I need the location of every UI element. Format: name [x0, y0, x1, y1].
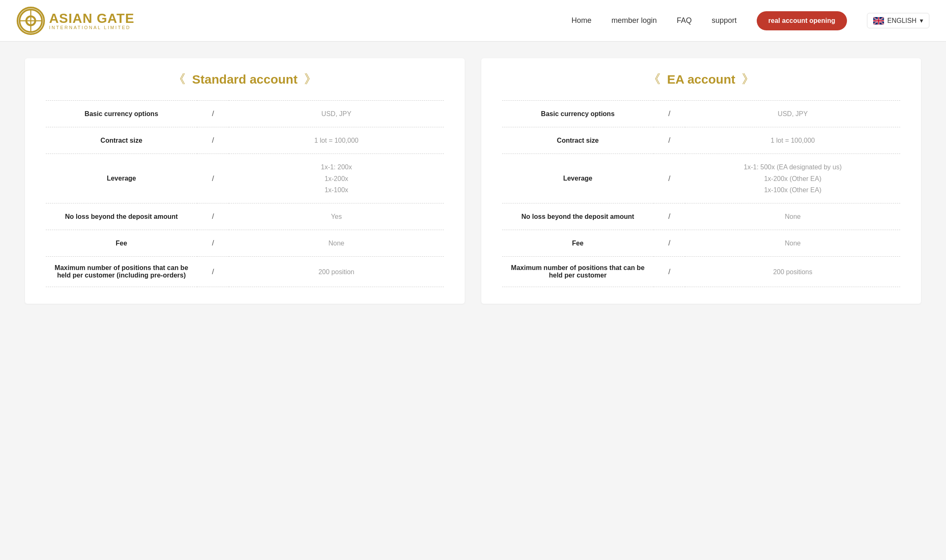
row-separator: / — [197, 127, 229, 154]
logo-sub-text: INTERNATIONAL LIMITED — [49, 25, 134, 30]
account-card-standard: 《Standard account》Basic currency options… — [25, 58, 465, 304]
row-label: Fee — [46, 230, 197, 257]
account-table-standard: Basic currency options/USD, JPYContract … — [46, 100, 444, 287]
row-value: USD, JPY — [229, 101, 444, 127]
svg-point-1 — [27, 17, 35, 25]
logo-icon — [17, 7, 45, 35]
row-separator: / — [197, 230, 229, 257]
account-title-text: Standard account — [192, 72, 297, 87]
row-separator: / — [654, 154, 686, 203]
table-row: No loss beyond the deposit amount/None — [502, 203, 900, 230]
row-label: No loss beyond the deposit amount — [46, 203, 197, 230]
row-value: USD, JPY — [685, 101, 900, 127]
svg-rect-12 — [873, 20, 884, 21]
row-label: Maximum number of positions that can be … — [46, 257, 197, 287]
row-separator: / — [197, 257, 229, 287]
flag-icon — [873, 17, 884, 25]
row-value: Yes — [229, 203, 444, 230]
title-bracket-left: 《 — [173, 71, 186, 88]
row-value: 1x-1: 200x1x-200x1x-100x — [229, 154, 444, 203]
language-label: ENGLISH — [887, 17, 916, 25]
row-label: Fee — [502, 230, 654, 257]
row-separator: / — [654, 127, 686, 154]
account-table-ea: Basic currency options/USD, JPYContract … — [502, 100, 900, 287]
row-value: 200 positions — [685, 257, 900, 287]
table-row: Basic currency options/USD, JPY — [502, 101, 900, 127]
table-row: Fee/None — [502, 230, 900, 257]
row-label: Leverage — [502, 154, 654, 203]
row-label: Basic currency options — [502, 101, 654, 127]
account-title-text: EA account — [667, 72, 736, 87]
row-separator: / — [197, 203, 229, 230]
row-value: 1x-1: 500x (EA designated by us)1x-200x … — [685, 154, 900, 203]
row-value: None — [685, 203, 900, 230]
row-separator: / — [654, 257, 686, 287]
row-separator: / — [654, 203, 686, 230]
account-title-standard: 《Standard account》 — [46, 71, 444, 88]
main-nav: Home member login FAQ support real accou… — [572, 11, 929, 30]
accounts-grid: 《Standard account》Basic currency options… — [25, 58, 921, 304]
table-row: Basic currency options/USD, JPY — [46, 101, 444, 127]
nav-home[interactable]: Home — [572, 16, 592, 25]
row-label: Leverage — [46, 154, 197, 203]
table-row: Maximum number of positions that can be … — [46, 257, 444, 287]
table-row: Leverage/1x-1: 200x1x-200x1x-100x — [46, 154, 444, 203]
table-row: Contract size/1 lot = 100,000 — [502, 127, 900, 154]
title-bracket-right: 》 — [304, 71, 317, 88]
logo: ASIAN GATE INTERNATIONAL LIMITED — [17, 7, 134, 35]
table-row: Contract size/1 lot = 100,000 — [46, 127, 444, 154]
row-label: Contract size — [502, 127, 654, 154]
table-row: Fee/None — [46, 230, 444, 257]
row-label: No loss beyond the deposit amount — [502, 203, 654, 230]
row-label: Contract size — [46, 127, 197, 154]
row-value: None — [685, 230, 900, 257]
nav-support[interactable]: support — [712, 16, 737, 25]
account-card-ea: 《EA account》Basic currency options/USD, … — [481, 58, 921, 304]
account-title-ea: 《EA account》 — [502, 71, 900, 88]
nav-member-login[interactable]: member login — [612, 16, 657, 25]
real-account-opening-button[interactable]: real account opening — [757, 11, 847, 30]
row-separator: / — [654, 101, 686, 127]
logo-main-text: ASIAN GATE — [49, 12, 134, 25]
language-selector[interactable]: ENGLISH ▾ — [867, 13, 929, 28]
row-label: Maximum number of positions that can be … — [502, 257, 654, 287]
row-value: 1 lot = 100,000 — [229, 127, 444, 154]
row-separator: / — [197, 154, 229, 203]
row-value: 1 lot = 100,000 — [685, 127, 900, 154]
table-row: Leverage/1x-1: 500x (EA designated by us… — [502, 154, 900, 203]
table-row: No loss beyond the deposit amount/Yes — [46, 203, 444, 230]
nav-faq[interactable]: FAQ — [677, 16, 692, 25]
row-separator: / — [197, 101, 229, 127]
row-value: 200 position — [229, 257, 444, 287]
row-label: Basic currency options — [46, 101, 197, 127]
title-bracket-left: 《 — [648, 71, 661, 88]
table-row: Maximum number of positions that can be … — [502, 257, 900, 287]
chevron-down-icon: ▾ — [920, 17, 923, 25]
row-value: None — [229, 230, 444, 257]
row-separator: / — [654, 230, 686, 257]
title-bracket-right: 》 — [742, 71, 754, 88]
